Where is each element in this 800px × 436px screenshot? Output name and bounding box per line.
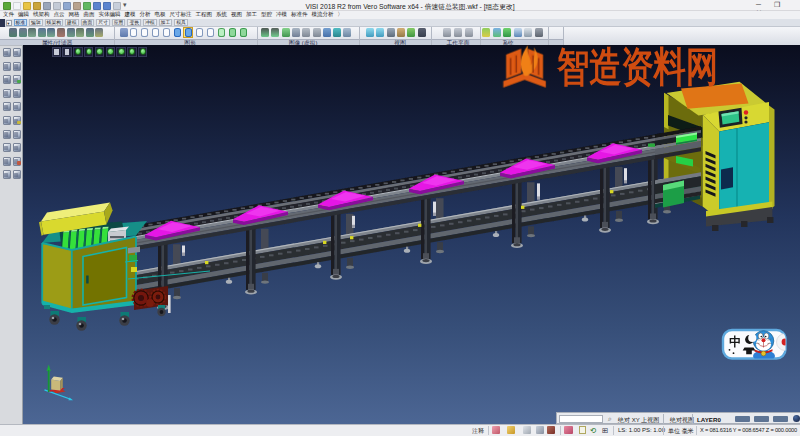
svg-text:智造资料网: 智造资料网 bbox=[556, 45, 718, 90]
svg-text:中: 中 bbox=[729, 335, 742, 349]
